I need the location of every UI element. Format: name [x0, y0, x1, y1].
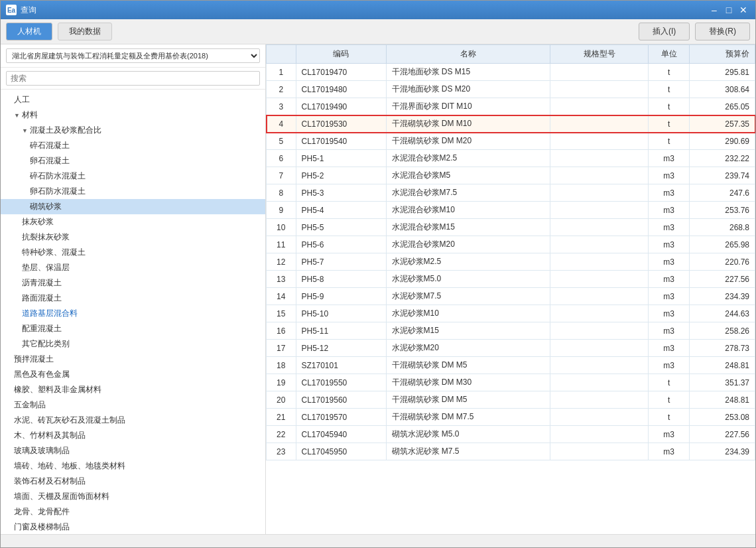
db-select[interactable]: 湖北省房屋建筑与装饰工程消耗量定额及全费用基价表(2018) — [6, 48, 260, 63]
tree-item-suishi-fang[interactable]: 碎石防水混凝土 — [1, 169, 265, 184]
tree-item-qizhu[interactable]: 砌筑砂浆 — [1, 199, 265, 214]
tree-item-cailiao[interactable]: ▼ 材料 — [1, 107, 265, 123]
cell-price: 234.39 — [690, 443, 755, 460]
cell-num: 19 — [267, 374, 296, 391]
main-window: Ea 查询 – □ ✕ 人材机 我的数据 插入(I) 替换(R) 湖北省房屋建筑… — [0, 0, 756, 548]
tree-item-qita[interactable]: 其它配比类别 — [1, 336, 265, 352]
minimize-button[interactable]: – — [708, 4, 721, 16]
tree-item-menchuang[interactable]: 门窗及楼梯制品 — [1, 519, 265, 534]
cell-name: 水泥混合砂浆M2.5 — [386, 150, 550, 167]
cell-num: 4 — [267, 115, 296, 133]
table-row[interactable]: 2 CL17019480 干混地面砂浆 DS M20 t 308.64 — [267, 81, 755, 98]
cell-unit: m3 — [649, 340, 690, 357]
tree-item-zhuangshishi[interactable]: 装饰石材及石材制品 — [1, 474, 265, 489]
cell-unit: m3 — [649, 150, 690, 167]
cell-code: PH5-1 — [296, 150, 386, 167]
cell-price: 308.64 — [690, 81, 755, 98]
cell-unit: t — [649, 391, 690, 409]
cell-price: 351.37 — [690, 374, 755, 391]
table-row[interactable]: 10 PH5-5 水泥混合砂浆M15 m3 268.8 — [267, 219, 755, 236]
cell-unit: m3 — [649, 305, 690, 322]
maximize-button[interactable]: □ — [722, 4, 735, 16]
close-button[interactable]: ✕ — [737, 4, 750, 16]
tree-item-muzhu[interactable]: 木、竹材料及其制品 — [1, 428, 265, 443]
insert-button[interactable]: 插入(I) — [639, 23, 690, 40]
cell-spec — [550, 115, 648, 133]
table-row[interactable]: 16 PH5-11 水泥砂浆M15 m3 258.26 — [267, 322, 755, 340]
tree-item-boli[interactable]: 玻璃及玻璃制品 — [1, 443, 265, 458]
table-row[interactable]: 13 PH5-8 水泥砂浆M5.0 m3 227.56 — [267, 271, 755, 288]
table-row[interactable]: 4 CL17019530 干混砌筑砂浆 DM M10 t 257.35 — [267, 115, 755, 133]
table-container[interactable]: 编码 名称 规格型号 单位 预算价 1 CL17019470 干混地面砂浆 DS… — [266, 44, 755, 534]
cell-price: 232.22 — [690, 150, 755, 167]
cell-code: CL17019470 — [296, 64, 386, 81]
table-row[interactable]: 17 PH5-12 水泥砂浆M20 m3 278.73 — [267, 340, 755, 357]
cell-price: 220.76 — [690, 253, 755, 271]
cell-num: 22 — [267, 426, 296, 443]
tree-item-rengong[interactable]: 人工 — [1, 92, 265, 107]
tree-item-tezhong[interactable]: 特种砂浆、混凝土 — [1, 245, 265, 260]
table-row[interactable]: 6 PH5-1 水泥混合砂浆M2.5 m3 232.22 — [267, 150, 755, 167]
tree-item-kanglie[interactable]: 抗裂抹灰砂浆 — [1, 230, 265, 245]
tree-item-luanshi[interactable]: 卵石混凝土 — [1, 153, 265, 169]
tab-mydata[interactable]: 我的数据 — [58, 23, 112, 40]
tree-item-suishi[interactable]: 碎石混凝土 — [1, 138, 265, 153]
search-input[interactable] — [6, 71, 260, 86]
tree-item-yuza[interactable]: 预拌混凝土 — [1, 352, 265, 367]
tree-item-lumian[interactable]: 路面混凝土 — [1, 291, 265, 306]
table-row[interactable]: 1 CL17019470 干混地面砂浆 DS M15 t 295.81 — [267, 64, 755, 81]
cell-code: PH5-8 — [296, 271, 386, 288]
cell-price: 278.73 — [690, 340, 755, 357]
db-select-row: 湖北省房屋建筑与装饰工程消耗量定额及全费用基价表(2018) — [1, 44, 265, 68]
table-row[interactable]: 19 CL17019550 干混砌筑砂浆 DM M30 t 351.37 — [267, 374, 755, 391]
cell-unit: m3 — [649, 288, 690, 305]
tree-item-peizhong[interactable]: 配重混凝土 — [1, 321, 265, 336]
table-row[interactable]: 21 CL17019570 干混砌筑砂浆 DM M7.5 t 253.08 — [267, 409, 755, 426]
table-row[interactable]: 9 PH5-4 水泥混合砂浆M10 m3 253.76 — [267, 202, 755, 219]
table-row[interactable]: 18 SZ170101 干混砌筑砂浆 DM M5 m3 248.81 — [267, 357, 755, 374]
tree-item-hunningtu[interactable]: ▼ 混凝土及砂浆配合比 — [1, 123, 265, 138]
cell-price: 290.69 — [690, 133, 755, 150]
tree-item-heise[interactable]: 黑色及有色金属 — [1, 367, 265, 382]
table-row[interactable]: 22 CL17045940 砌筑水泥砂浆 M5.0 m3 227.56 — [267, 426, 755, 443]
replace-button[interactable]: 替换(R) — [695, 23, 750, 40]
tree-item-mohui[interactable]: 抹灰砂浆 — [1, 214, 265, 230]
col-header-name: 名称 — [386, 45, 550, 64]
table-header-row: 编码 名称 规格型号 单位 预算价 — [267, 45, 755, 64]
tree-item-wujin[interactable]: 五金制品 — [1, 397, 265, 413]
title-bar-controls: – □ ✕ — [708, 4, 750, 16]
tree-item-qiangdi[interactable]: 墙砖、地砖、地板、地毯类材料 — [1, 458, 265, 474]
cell-num: 14 — [267, 288, 296, 305]
cell-price: 227.56 — [690, 426, 755, 443]
cell-num: 2 — [267, 81, 296, 98]
tree-item-luanshi-fang[interactable]: 卵石防水混凝土 — [1, 184, 265, 199]
cell-unit: m3 — [649, 202, 690, 219]
tree-item-qiangmian[interactable]: 墙面、天棚及屋面饰面材料 — [1, 489, 265, 504]
tree-item-xiangjiao[interactable]: 橡胶、塑料及非金属材料 — [1, 382, 265, 397]
table-row[interactable]: 5 CL17019540 干混砌筑砂浆 DM M20 t 290.69 — [267, 133, 755, 150]
cell-spec — [550, 443, 648, 460]
table-row[interactable]: 3 CL17019490 干混界面砂浆 DIT M10 t 265.05 — [267, 98, 755, 115]
tree-item-dieceng[interactable]: 垫层、保温层 — [1, 260, 265, 275]
table-row[interactable]: 20 CL17019560 干混砌筑砂浆 DM M5 t 248.81 — [267, 391, 755, 409]
cell-code: CL17045940 — [296, 426, 386, 443]
tree-item-longgu[interactable]: 龙骨、龙骨配件 — [1, 504, 265, 519]
table-row[interactable]: 8 PH5-3 水泥混合砂浆M7.5 m3 247.6 — [267, 184, 755, 202]
cell-unit: m3 — [649, 426, 690, 443]
tree-item-liqing[interactable]: 沥青混凝土 — [1, 275, 265, 291]
table-row[interactable]: 15 PH5-10 水泥砂浆M10 m3 244.63 — [267, 305, 755, 322]
table-row[interactable]: 14 PH5-9 水泥砂浆M7.5 m3 234.39 — [267, 288, 755, 305]
search-row — [1, 68, 265, 90]
table-row[interactable]: 23 CL17045950 砌筑水泥砂浆 M7.5 m3 234.39 — [267, 443, 755, 460]
cell-name: 水泥混合砂浆M7.5 — [386, 184, 550, 202]
cell-spec — [550, 184, 648, 202]
left-panel: 湖北省房屋建筑与装饰工程消耗量定额及全费用基价表(2018) 人工 ▼ 材料 — [1, 44, 266, 534]
table-row[interactable]: 12 PH5-7 水泥砂浆M2.5 m3 220.76 — [267, 253, 755, 271]
tree-item-shuini[interactable]: 水泥、砖瓦灰砂石及混凝土制品 — [1, 413, 265, 428]
table-row[interactable]: 11 PH5-6 水泥混合砂浆M20 m3 265.98 — [267, 236, 755, 253]
table-row[interactable]: 7 PH5-2 水泥混合砂浆M5 m3 239.74 — [267, 167, 755, 184]
tree-item-daolu[interactable]: 道路基层混合料 — [1, 306, 265, 321]
tree-arrow-cailiao: ▼ — [14, 112, 20, 119]
tab-rencaiji[interactable]: 人材机 — [6, 23, 52, 40]
cell-price: 244.63 — [690, 305, 755, 322]
